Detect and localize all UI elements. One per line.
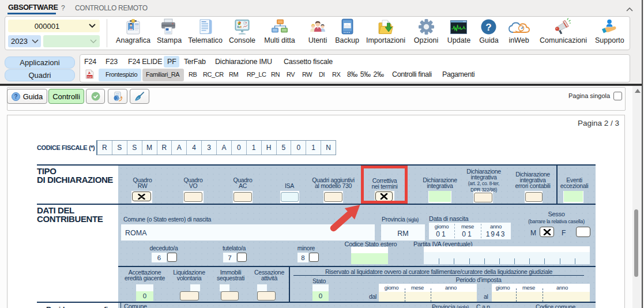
svg-text:?: ? [485, 22, 491, 33]
svg-text:PDF: PDF [88, 76, 93, 78]
svg-text:?: ? [14, 93, 17, 100]
